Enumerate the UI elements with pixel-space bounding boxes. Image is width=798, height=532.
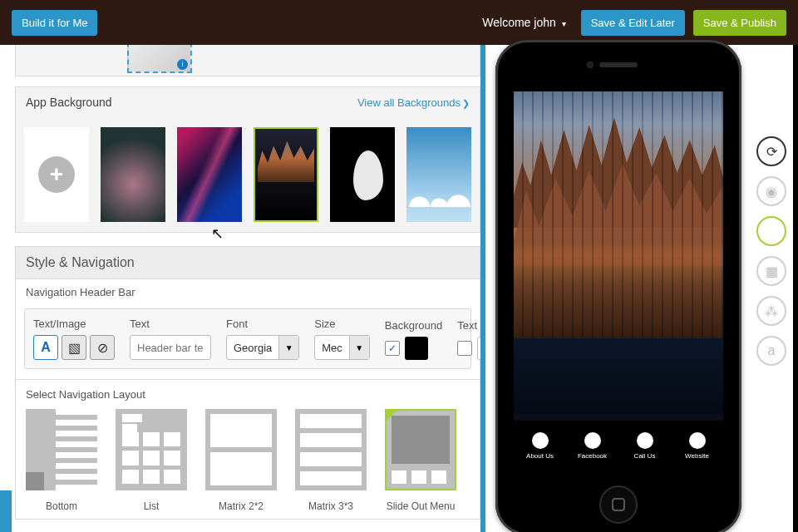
phone-preview: About Us Facebook Call Us Website: [495, 40, 741, 532]
chevron-down-icon: ▼: [349, 336, 369, 359]
layout-slide-out[interactable]: Slide Out Menu: [385, 409, 456, 512]
nav-header-subheading: Navigation Header Bar: [16, 279, 480, 305]
windows-icon[interactable]: ▦: [756, 256, 786, 286]
view-all-backgrounds-link[interactable]: View all Backgrounds❯: [357, 96, 470, 109]
plus-icon: +: [38, 156, 75, 193]
preview-screen: About Us Facebook Call Us Website: [514, 91, 723, 470]
blackberry-icon[interactable]: ⁂: [756, 296, 786, 326]
background-strip: +: [15, 117, 480, 233]
size-select[interactable]: Mec ▼: [314, 335, 370, 360]
save-publish-button[interactable]: Save & Publish: [693, 10, 786, 36]
text-label: Text: [130, 318, 211, 330]
home-button[interactable]: [599, 485, 638, 524]
person-icon: [532, 432, 549, 449]
phone-icon: [637, 432, 653, 449]
background-thumb[interactable]: [101, 127, 165, 222]
caret-down-icon: ▾: [562, 19, 566, 28]
preview-tab-about[interactable]: About Us: [514, 421, 566, 470]
font-select[interactable]: Georgia ▼: [226, 335, 299, 360]
camera-icon: [587, 62, 594, 68]
amazon-icon[interactable]: a: [756, 336, 786, 366]
topbar: Build it for Me Welcome john ▾ Save & Ed…: [0, 0, 798, 45]
background-color-swatch[interactable]: [405, 337, 428, 360]
preview-tabbar: About Us Facebook Call Us Website: [514, 421, 723, 470]
facebook-icon: [584, 432, 601, 449]
app-background-header: App Background View all Backgrounds❯: [15, 86, 480, 117]
layout-matrix-2x2[interactable]: Matrix 2*2: [205, 409, 277, 512]
layout-title: Select Navigation Layout: [26, 388, 470, 401]
section-title: App Background: [26, 96, 112, 109]
textcolor-label: Text: [457, 319, 480, 332]
preview-tab-website[interactable]: Website: [671, 421, 723, 470]
preview-tab-facebook[interactable]: Facebook: [566, 421, 618, 470]
style-navigation-panel: Style & Navigation Navigation Header Bar…: [15, 246, 480, 380]
textcolor-checkbox[interactable]: [457, 341, 472, 356]
welcome-prefix: Welcome: [482, 16, 534, 29]
image-icon: ▧: [68, 340, 81, 356]
style-nav-heading: Style & Navigation: [16, 247, 480, 279]
scroll-rail: [0, 490, 12, 532]
navigation-layout-panel: Select Navigation Layout Bottom List Mat…: [15, 380, 480, 520]
device-switcher: ⟳ ◉ ▦ ⁂ a: [756, 136, 786, 366]
background-thumb[interactable]: [177, 127, 242, 222]
size-label: Size: [314, 318, 370, 330]
icon-section-footer: i: [15, 45, 480, 76]
font-label: Font: [226, 318, 299, 330]
layout-matrix-3x3[interactable]: Matrix 3*3: [295, 409, 367, 512]
apple-icon[interactable]: [756, 216, 786, 246]
speaker-icon: [599, 62, 638, 67]
header-bar-config: Text/Image A ▧ ⊘ Text Font Georgia ▼: [24, 308, 471, 369]
background-checkbox[interactable]: ✓: [385, 341, 400, 356]
image-mode-button[interactable]: ▧: [62, 335, 86, 360]
none-icon: ⊘: [97, 340, 108, 356]
refresh-icon[interactable]: ⟳: [756, 136, 786, 166]
android-icon[interactable]: ◉: [756, 176, 786, 206]
add-background-button[interactable]: +: [24, 127, 89, 222]
selected-icon-thumb[interactable]: i: [127, 45, 192, 73]
right-edge: [793, 45, 798, 532]
text-mode-button[interactable]: A: [33, 335, 58, 360]
textimage-label: Text/Image: [33, 318, 115, 330]
globe-icon: [689, 432, 706, 449]
build-it-button[interactable]: Build it for Me: [12, 10, 97, 36]
preview-tab-call[interactable]: Call Us: [618, 421, 671, 470]
chevron-right-icon: ❯: [462, 98, 470, 108]
welcome-menu[interactable]: Welcome john ▾: [482, 16, 565, 29]
header-text-input[interactable]: [130, 335, 211, 360]
background-thumb[interactable]: [330, 127, 395, 222]
layout-bottom[interactable]: Bottom: [26, 409, 97, 512]
background-label: Background: [385, 319, 442, 332]
chevron-down-icon: ▼: [278, 336, 298, 359]
save-edit-button[interactable]: Save & Edit Later: [581, 10, 685, 36]
none-mode-button[interactable]: ⊘: [90, 335, 115, 360]
preview-divider: [480, 45, 485, 532]
background-thumb[interactable]: [406, 127, 471, 222]
background-thumb[interactable]: [254, 127, 318, 222]
layout-list[interactable]: List: [116, 409, 187, 512]
username: john: [534, 16, 555, 29]
info-icon: i: [177, 59, 188, 70]
